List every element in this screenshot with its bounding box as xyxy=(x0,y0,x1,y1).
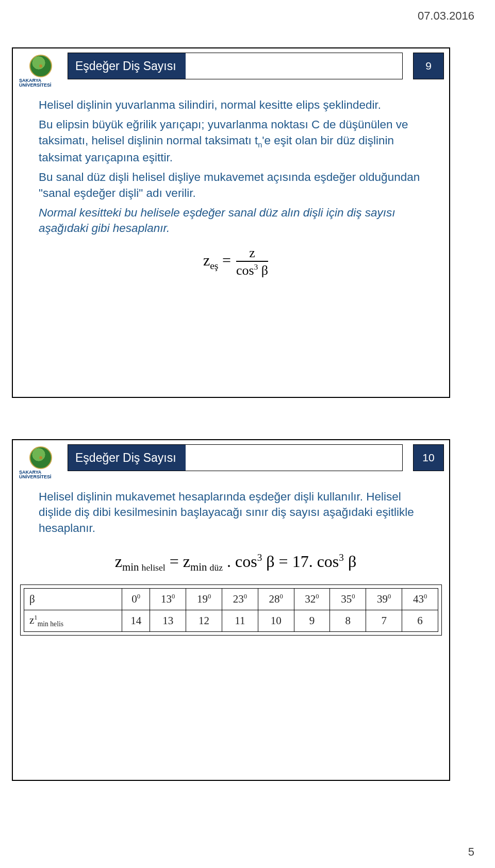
cell: 350 xyxy=(330,589,366,610)
slide-body: Helisel dişlinin yuvarlanma silindiri, n… xyxy=(13,88,449,287)
table-row: z1min helis 14 13 12 11 10 9 8 7 6 xyxy=(24,610,438,632)
f-num: z xyxy=(236,246,268,262)
f-eq: = xyxy=(222,252,231,269)
slide-header: SAKARYA ÜNİVERSİTESİ Eşdeğer Diş Sayısı … xyxy=(13,440,449,480)
beta-table-wrap: β 00 130 190 230 280 320 350 390 430 z1m… xyxy=(20,585,442,636)
cell: 12 xyxy=(186,610,222,632)
page-number: 5 xyxy=(468,845,474,859)
slide-10: SAKARYA ÜNİVERSİTESİ Eşdeğer Diş Sayısı … xyxy=(12,439,450,781)
f-lhs: z xyxy=(203,252,210,269)
formula-zes: zeş = z cos3 β xyxy=(39,246,433,277)
paragraph-2: Bu elipsin büyük eğrilik yarıçapı; yuvar… xyxy=(39,117,433,165)
f2-sup2: 3 xyxy=(339,552,344,563)
page-date: 07.03.2016 xyxy=(418,9,474,23)
f2-eq1: = z xyxy=(170,552,190,571)
f-den-suf: β xyxy=(258,263,268,278)
slide-title-box: Eşdeğer Diş Sayısı xyxy=(68,53,403,79)
slide-body: Helisel dişlinin mukavemet hesaplarında … xyxy=(13,480,449,575)
formula-zmin: zmin helisel = zmin düz . cos3 β = 17. c… xyxy=(39,550,433,574)
paragraph-3: Bu sanal düz dişli helisel dişliye mukav… xyxy=(39,170,433,201)
slide-title: Eşdeğer Diş Sayısı xyxy=(68,445,186,471)
cell: 13 xyxy=(150,610,186,632)
cell: 280 xyxy=(258,589,294,610)
f2-mid: . cos xyxy=(227,552,257,571)
row2-label: z1min helis xyxy=(24,610,122,632)
f2-end: β xyxy=(344,552,356,571)
f2-beta: β = 17. cos xyxy=(262,552,339,571)
cell: 320 xyxy=(294,589,330,610)
university-logo: SAKARYA ÜNİVERSİTESİ xyxy=(19,53,62,88)
cell: 130 xyxy=(150,589,186,610)
logo-text: SAKARYA ÜNİVERSİTESİ xyxy=(19,470,62,480)
cell: 14 xyxy=(122,610,150,632)
logo-icon xyxy=(29,446,52,469)
cell: 8 xyxy=(330,610,366,632)
table-row: β 00 130 190 230 280 320 350 390 430 xyxy=(24,589,438,610)
cell: 00 xyxy=(122,589,150,610)
paragraph-4: Normal kesitteki bu helisele eşdeğer san… xyxy=(39,205,433,237)
f2-sub2: min xyxy=(190,561,207,573)
cell: 10 xyxy=(258,610,294,632)
paragraph-1: Helisel dişlinin mukavemet hesaplarında … xyxy=(39,489,433,536)
f2-sub2b: düz xyxy=(210,562,223,573)
cell: 11 xyxy=(222,610,258,632)
row1-label: β xyxy=(24,589,122,610)
logo-line2: ÜNİVERSİTESİ xyxy=(19,474,52,479)
slide-number: 9 xyxy=(413,53,444,79)
cell: 6 xyxy=(402,610,438,632)
slide-9: SAKARYA ÜNİVERSİTESİ Eşdeğer Diş Sayısı … xyxy=(12,47,450,398)
f2-sup1: 3 xyxy=(257,552,262,563)
cell: 7 xyxy=(366,610,402,632)
university-logo: SAKARYA ÜNİVERSİTESİ xyxy=(19,444,62,480)
f-den-pre: cos xyxy=(236,263,254,278)
slide-header: SAKARYA ÜNİVERSİTESİ Eşdeğer Diş Sayısı … xyxy=(13,48,449,88)
cell: 190 xyxy=(186,589,222,610)
logo-icon xyxy=(29,55,52,77)
slide-number: 10 xyxy=(413,444,444,471)
slide-title: Eşdeğer Diş Sayısı xyxy=(68,53,186,79)
cell: 390 xyxy=(366,589,402,610)
f2-sub1: min xyxy=(122,561,139,573)
f2-sub1b: helisel xyxy=(142,562,166,573)
slide-title-box: Eşdeğer Diş Sayısı xyxy=(68,444,403,471)
cell: 430 xyxy=(402,589,438,610)
logo-line2: ÜNİVERSİTESİ xyxy=(19,82,52,88)
beta-table: β 00 130 190 230 280 320 350 390 430 z1m… xyxy=(24,588,438,632)
paragraph-1: Helisel dişlinin yuvarlanma silindiri, n… xyxy=(39,97,433,113)
cell: 230 xyxy=(222,589,258,610)
f2-z: z xyxy=(115,552,122,571)
f-lhs-sub: eş xyxy=(210,260,218,271)
cell: 9 xyxy=(294,610,330,632)
logo-text: SAKARYA ÜNİVERSİTESİ xyxy=(19,78,62,88)
